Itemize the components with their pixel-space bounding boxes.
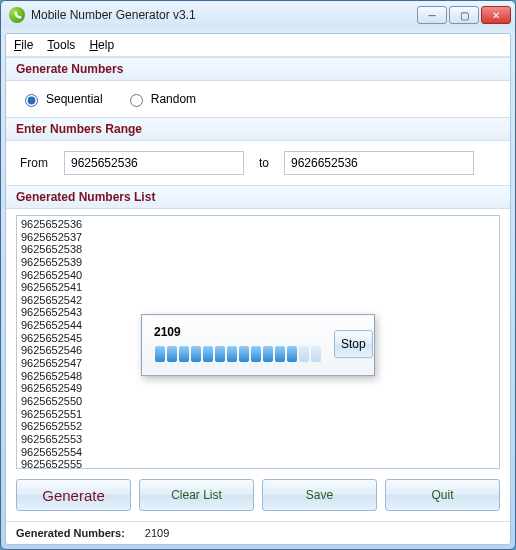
progress-bar [154, 345, 322, 363]
list-item[interactable]: 9625652552 [21, 420, 495, 433]
close-button[interactable]: ✕ [481, 6, 511, 24]
progress-chunk [287, 346, 297, 362]
list-item[interactable]: 9625652536 [21, 218, 495, 231]
radio-sequential-label: Sequential [46, 92, 103, 106]
window-title: Mobile Number Generator v3.1 [31, 8, 417, 22]
progress-chunk [215, 346, 225, 362]
mode-radios: Sequential Random [16, 87, 500, 111]
minimize-button[interactable]: ─ [417, 6, 447, 24]
menu-help[interactable]: Help [89, 38, 114, 52]
status-label: Generated Numbers: [16, 527, 125, 539]
titlebar[interactable]: Mobile Number Generator v3.1 ─ ▢ ✕ [1, 1, 515, 29]
radio-random-input[interactable] [130, 94, 143, 107]
radio-random-label: Random [151, 92, 196, 106]
status-value: 2109 [145, 527, 169, 539]
to-input[interactable] [284, 151, 474, 175]
progress-chunk [251, 346, 261, 362]
client-area: File Tools Help Generate Numbers Sequent… [5, 33, 511, 545]
generate-button[interactable]: Generate [16, 479, 131, 511]
progress-chunk [239, 346, 249, 362]
from-input[interactable] [64, 151, 244, 175]
app-window: Mobile Number Generator v3.1 ─ ▢ ✕ File … [0, 0, 516, 550]
list-item[interactable]: 9625652540 [21, 269, 495, 282]
radio-random[interactable]: Random [125, 91, 196, 107]
list-item[interactable]: 9625652538 [21, 243, 495, 256]
progress-chunk [155, 346, 165, 362]
phone-icon [9, 7, 25, 23]
list-item[interactable]: 9625652553 [21, 433, 495, 446]
maximize-button[interactable]: ▢ [449, 6, 479, 24]
progress-chunk [179, 346, 189, 362]
list-item[interactable]: 9625652551 [21, 408, 495, 421]
list-item[interactable]: 9625652539 [21, 256, 495, 269]
progress-chunk [311, 346, 321, 362]
list-item[interactable]: 9625652537 [21, 231, 495, 244]
stop-button[interactable]: Stop [334, 330, 373, 358]
list-item[interactable]: 9625652542 [21, 294, 495, 307]
list-item[interactable]: 9625652550 [21, 395, 495, 408]
menubar: File Tools Help [6, 34, 510, 57]
list-item[interactable]: 9625652541 [21, 281, 495, 294]
progress-chunk [167, 346, 177, 362]
progress-chunk [191, 346, 201, 362]
radio-sequential[interactable]: Sequential [20, 91, 103, 107]
progress-chunk [275, 346, 285, 362]
save-button[interactable]: Save [262, 479, 377, 511]
from-label: From [20, 156, 54, 170]
progress-count: 2109 [154, 325, 322, 339]
list-item[interactable]: 9625652549 [21, 382, 495, 395]
clear-button[interactable]: Clear List [139, 479, 254, 511]
menu-file[interactable]: File [14, 38, 33, 52]
to-label: to [254, 156, 274, 170]
section-list-header: Generated Numbers List [6, 185, 510, 209]
menu-tools[interactable]: Tools [47, 38, 75, 52]
radio-sequential-input[interactable] [25, 94, 38, 107]
progress-chunk [299, 346, 309, 362]
section-range-header: Enter Numbers Range [6, 117, 510, 141]
range-row: From to [16, 147, 500, 179]
progress-dialog: 2109 Stop [141, 314, 375, 376]
section-generate-header: Generate Numbers [6, 57, 510, 81]
quit-button[interactable]: Quit [385, 479, 500, 511]
list-item[interactable]: 9625652555 [21, 458, 495, 469]
progress-chunk [227, 346, 237, 362]
statusbar: Generated Numbers: 2109 [6, 521, 510, 544]
progress-chunk [263, 346, 273, 362]
progress-chunk [203, 346, 213, 362]
list-item[interactable]: 9625652554 [21, 446, 495, 459]
button-row: Generate Clear List Save Quit [6, 469, 510, 521]
